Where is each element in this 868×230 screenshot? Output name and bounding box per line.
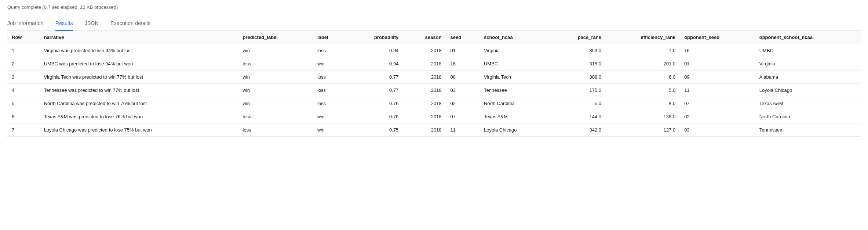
col-season: season [403,31,446,44]
cell-seed: 01 [446,44,479,57]
cell-narrative: Virginia Tech was predicted to win 77% b… [40,71,238,84]
col-school-ncaa: school_ncaa [479,31,551,44]
tab-results[interactable]: Results [55,17,73,31]
cell-predicted-label: loss [238,110,313,123]
cell-pace-rank: 342.0 [551,123,606,137]
cell-label: win [313,123,346,137]
cell-opponent-seed: 01 [680,57,755,71]
col-seed: seed [446,31,479,44]
col-opponent-seed: opponent_seed [680,31,755,44]
cell-probability: 0.94 [346,44,403,57]
table-header-row: Row narrative predicted_label label prob… [7,31,861,44]
cell-opponent-seed: 16 [680,44,755,57]
table-row: 2UMBC was predicted to lose 94% but wonl… [7,57,861,71]
table-row: 5North Carolina was predicted to win 76%… [7,97,861,110]
tab-execution-details[interactable]: Execution details [110,17,150,31]
cell-school-ncaa: Loyola Chicago [479,123,551,137]
cell-efficiency-rank: 127.0 [606,123,680,137]
col-narrative: narrative [40,31,238,44]
cell-season: 2018 [403,123,446,137]
cell-season: 2018 [403,44,446,57]
col-predicted-label: predicted_label [238,31,313,44]
cell-season: 2018 [403,110,446,123]
cell-narrative: North Carolina was predicted to win 76% … [40,97,238,110]
cell-row: 5 [7,97,40,110]
cell-school-ncaa: North Carolina [479,97,551,110]
cell-pace-rank: 175.0 [551,84,606,97]
cell-predicted-label: win [238,71,313,84]
cell-seed: 16 [446,57,479,71]
cell-pace-rank: 315.0 [551,57,606,71]
cell-label: loss [313,97,346,110]
cell-seed: 03 [446,84,479,97]
cell-row: 6 [7,110,40,123]
cell-school-ncaa: Texas A&M [479,110,551,123]
cell-probability: 0.77 [346,71,403,84]
cell-probability: 0.94 [346,57,403,71]
cell-label: loss [313,84,346,97]
cell-opponent-school-ncaa: Texas A&M [755,97,861,110]
cell-label: loss [313,71,346,84]
col-opponent-school-ncaa: opponent_school_ncaa [755,31,861,44]
cell-seed: 02 [446,97,479,110]
cell-pace-rank: 144.0 [551,110,606,123]
table-row: 6Texas A&M was predicted to lose 76% but… [7,110,861,123]
cell-predicted-label: win [238,84,313,97]
col-probability: probability [346,31,403,44]
cell-opponent-school-ncaa: Tennessee [755,123,861,137]
cell-row: 4 [7,84,40,97]
cell-efficiency-rank: 138.0 [606,110,680,123]
tab-job-information[interactable]: Job information [7,17,44,31]
cell-seed: 08 [446,71,479,84]
cell-label: loss [313,44,346,57]
cell-narrative: UMBC was predicted to lose 94% but won [40,57,238,71]
cell-efficiency-rank: 8.0 [606,97,680,110]
results-table: Row narrative predicted_label label prob… [7,31,861,137]
result-tabs: Job information Results JSON Execution d… [7,17,861,31]
cell-school-ncaa: Virginia [479,44,551,57]
col-label: label [313,31,346,44]
cell-probability: 0.76 [346,97,403,110]
cell-opponent-school-ncaa: Loyola Chicago [755,84,861,97]
cell-probability: 0.75 [346,123,403,137]
table-row: 7Loyola Chicago was predicted to lose 75… [7,123,861,137]
col-pace-rank: pace_rank [551,31,606,44]
cell-efficiency-rank: 201.0 [606,57,680,71]
col-efficiency-rank: efficiency_rank [606,31,680,44]
cell-label: win [313,110,346,123]
cell-row: 3 [7,71,40,84]
cell-opponent-seed: 09 [680,71,755,84]
cell-season: 2018 [403,97,446,110]
cell-pace-rank: 308.0 [551,71,606,84]
cell-narrative: Tennessee was predicted to win 77% but l… [40,84,238,97]
cell-efficiency-rank: 5.0 [606,84,680,97]
cell-narrative: Texas A&M was predicted to lose 76% but … [40,110,238,123]
cell-opponent-seed: 03 [680,123,755,137]
cell-narrative: Virginia was predicted to win 94% but lo… [40,44,238,57]
cell-pace-rank: 353.0 [551,44,606,57]
cell-label: win [313,57,346,71]
cell-narrative: Loyola Chicago was predicted to lose 75%… [40,123,238,137]
table-row: 3Virginia Tech was predicted to win 77% … [7,71,861,84]
cell-predicted-label: loss [238,57,313,71]
tab-json[interactable]: JSON [85,17,99,31]
table-row: 4Tennessee was predicted to win 77% but … [7,84,861,97]
cell-opponent-seed: 11 [680,84,755,97]
cell-predicted-label: win [238,44,313,57]
cell-opponent-school-ncaa: Alabama [755,71,861,84]
table-row: 1Virginia was predicted to win 94% but l… [7,44,861,57]
cell-school-ncaa: Virginia Tech [479,71,551,84]
query-status: Query complete (0.7 sec elapsed, 12 KB p… [7,4,861,10]
cell-probability: 0.76 [346,110,403,123]
cell-opponent-seed: 07 [680,97,755,110]
cell-efficiency-rank: 6.0 [606,71,680,84]
cell-school-ncaa: Tennessee [479,84,551,97]
cell-probability: 0.77 [346,84,403,97]
cell-season: 2018 [403,57,446,71]
cell-seed: 11 [446,123,479,137]
cell-school-ncaa: UMBC [479,57,551,71]
cell-efficiency-rank: 1.0 [606,44,680,57]
cell-row: 7 [7,123,40,137]
cell-predicted-label: loss [238,123,313,137]
cell-predicted-label: win [238,97,313,110]
